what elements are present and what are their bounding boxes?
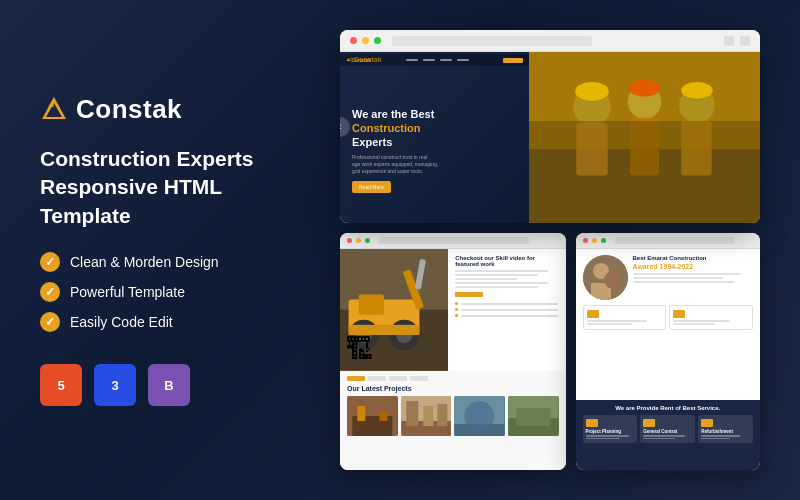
filter-all[interactable]	[347, 376, 365, 381]
svg-rect-14	[529, 52, 760, 223]
check-icon-2	[40, 282, 60, 302]
f-line-3	[455, 278, 517, 280]
mini-url-bar-right	[615, 237, 735, 244]
mini-browser-bar-left	[340, 233, 566, 249]
service-box-2	[669, 305, 753, 330]
logo-icon	[40, 95, 68, 123]
service-card-lines-1	[586, 435, 635, 439]
feature-text-1: Clean & Morden Design	[70, 254, 219, 270]
browser-dot-red	[350, 37, 357, 44]
hero-subtext: Professional construct trust in realage …	[352, 154, 517, 175]
check-icon-3	[40, 312, 60, 332]
filter-construct[interactable]	[410, 376, 428, 381]
service-box-lines-2	[673, 320, 749, 325]
svg-rect-40	[516, 408, 550, 426]
svg-rect-10	[681, 121, 711, 176]
bottom-left-bottom: Our Latest Projects	[340, 371, 566, 470]
project-thumb-2	[401, 396, 452, 436]
featured-cta-button[interactable]	[455, 292, 483, 297]
projects-grid	[347, 396, 559, 436]
project-thumb-4	[508, 396, 559, 436]
tech-badges: 5 3 B	[40, 364, 300, 406]
browser-top: ‹ ✦ Constak	[340, 30, 760, 223]
browsers-bottom: Checkout our Skill video for featured wo…	[340, 233, 760, 470]
feature-item-3: Easily Code Edit	[40, 312, 300, 332]
css3-badge: 3	[94, 364, 136, 406]
sidebar-item-2	[455, 308, 558, 311]
service-boxes	[583, 305, 754, 330]
service-box-lines-1	[587, 320, 663, 325]
feature-item-1: Clean & Morden Design	[40, 252, 300, 272]
product-title: Construction Experts Responsive HTML Tem…	[40, 145, 300, 230]
svg-point-37	[465, 401, 495, 431]
filter-building[interactable]	[368, 376, 386, 381]
svg-point-44	[604, 271, 622, 289]
html5-badge: 5	[40, 364, 82, 406]
svg-marker-2	[48, 97, 54, 107]
browser-dot-yellow	[362, 37, 369, 44]
mini-url-bar-left	[379, 237, 529, 244]
filter-buttons	[347, 376, 559, 381]
svg-rect-18	[359, 295, 384, 315]
svg-rect-28	[357, 406, 365, 421]
svg-rect-32	[406, 401, 418, 426]
logo-text: Constak	[76, 94, 182, 125]
award-title: Best Emarat Construction	[633, 255, 754, 261]
feature-item-2: Powerful Template	[40, 282, 300, 302]
services-cards: Project Planning General Contrat	[583, 415, 754, 443]
service-card-title-2: General Contrat	[643, 429, 692, 434]
right-panel: ‹ ✦ Constak	[340, 30, 760, 470]
hero-headline-accent: Construction	[352, 122, 420, 134]
service-card-icon-2	[643, 419, 655, 427]
check-icon-1	[40, 252, 60, 272]
excavator-svg	[340, 249, 448, 370]
award-img-svg	[583, 255, 628, 300]
project-img-2	[401, 396, 452, 436]
construction-image	[340, 249, 448, 370]
service-card-1: Project Planning	[583, 415, 638, 443]
nav-link-4	[457, 59, 469, 61]
service-box-1	[583, 305, 667, 330]
browser-content-top: ✦ Constak We are the Best Construction	[340, 52, 760, 223]
sidebar-item-3	[455, 314, 558, 317]
nav-brand: ✦ Constak	[346, 57, 371, 63]
a-line-1	[633, 273, 741, 275]
service-card-title-1: Project Planning	[586, 429, 635, 434]
hero-left: ✦ Constak We are the Best Construction	[340, 52, 529, 223]
service-card-lines-2	[643, 435, 692, 439]
service-card-3: Refurbishment	[698, 415, 753, 443]
mini-dot-green-right	[601, 238, 606, 243]
browser-icon-1	[724, 36, 734, 46]
hero-right	[529, 52, 760, 223]
hero-headline: We are the Best Construction Experts	[352, 107, 517, 150]
award-flex: Best Emarat Construction Awared 1994-202…	[583, 255, 754, 300]
browser-bottom-right: Best Emarat Construction Awared 1994-202…	[576, 233, 761, 470]
project-thumb-3	[454, 396, 505, 436]
award-section: Best Emarat Construction Awared 1994-202…	[576, 249, 761, 400]
hero-cta-button[interactable]: Read More	[352, 181, 391, 193]
project-img-1	[347, 396, 398, 436]
hero-navbar: ✦ Constak	[340, 54, 529, 66]
bottom-left-content: Checkout our Skill video for featured wo…	[340, 249, 566, 470]
featured-title: Checkout our Skill video for featured wo…	[455, 255, 558, 267]
features-list: Clean & Morden Design Powerful Template …	[40, 252, 300, 332]
award-year: Awared 1994-2022	[633, 263, 754, 270]
mini-dot-red-right	[583, 238, 588, 243]
award-lines	[633, 273, 754, 283]
workers-image	[529, 52, 760, 223]
logo-area: Constak	[40, 94, 300, 125]
svg-rect-8	[630, 118, 659, 176]
award-text-block: Best Emarat Construction Awared 1994-202…	[633, 255, 754, 283]
f-line-1	[455, 270, 548, 272]
a-line-3	[633, 281, 735, 283]
filter-planning[interactable]	[389, 376, 407, 381]
project-thumb-1	[347, 396, 398, 436]
service-box-icon-2	[673, 310, 685, 318]
workers-svg	[529, 52, 760, 223]
project-img-4	[508, 396, 559, 436]
mini-dot-red-left	[347, 238, 352, 243]
nav-link-1	[406, 59, 418, 61]
a-line-2	[633, 277, 723, 279]
f-line-5	[455, 286, 538, 288]
svg-rect-34	[437, 404, 447, 426]
